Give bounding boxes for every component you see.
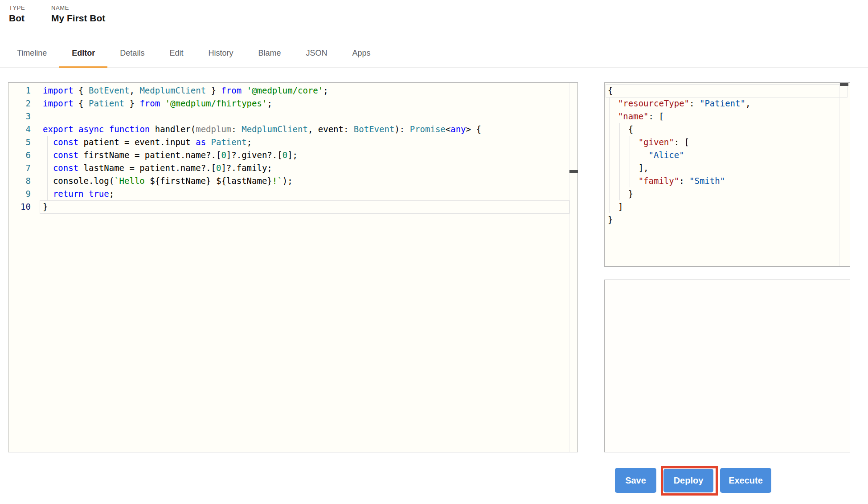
json-line: "given": [: [605, 136, 850, 149]
editor-scrollbar-track: [569, 83, 569, 452]
tab-blame[interactable]: Blame: [246, 40, 293, 68]
json-line: ],: [605, 162, 850, 175]
code-line: 5 const patient = event.input as Patient…: [8, 136, 577, 149]
bot-output-panel: [604, 280, 850, 452]
json-line: "resourceType": "Patient",: [605, 97, 850, 110]
code-line: 9 return true;: [8, 187, 577, 200]
deploy-button[interactable]: Deploy: [663, 469, 713, 492]
json-line: "name": [: [605, 110, 850, 123]
execute-button[interactable]: Execute: [720, 468, 771, 493]
line-number: 7: [8, 162, 31, 175]
code-line: 7 const lastName = patient.name?.[0]?.fa…: [8, 162, 577, 175]
line-number: 9: [8, 187, 31, 200]
name-label: NAME: [51, 4, 69, 11]
save-button[interactable]: Save: [615, 468, 656, 493]
json-line: {: [605, 123, 850, 136]
type-value: Bot: [9, 13, 25, 24]
bot-code-editor[interactable]: 1import { BotEvent, MedplumClient } from…: [8, 82, 578, 452]
line-number: 8: [8, 175, 31, 187]
code-line: 6 const firstName = patient.name?.[0]?.g…: [8, 149, 577, 162]
editor-overview-cursor-mark[interactable]: [569, 170, 578, 173]
editor-overview-cursor-mark[interactable]: [840, 83, 848, 86]
code-line: 3: [8, 110, 577, 123]
tab-timeline[interactable]: Timeline: [4, 40, 59, 68]
code-line: 2import { Patient } from '@medplum/fhirt…: [8, 97, 577, 110]
tab-details[interactable]: Details: [107, 40, 157, 68]
json-line: "Alice": [605, 149, 850, 162]
line-number: 5: [8, 136, 31, 149]
tab-apps[interactable]: Apps: [340, 40, 383, 68]
json-line: "family": "Smith": [605, 175, 850, 187]
resource-tabs: TimelineEditorDetailsEditHistoryBlameJSO…: [4, 40, 868, 68]
json-line: ]: [605, 200, 850, 213]
json-line: {: [605, 84, 850, 97]
code-line: 10}: [8, 200, 577, 213]
page-title: My First Bot: [51, 13, 105, 24]
line-number: 10: [8, 200, 31, 213]
json-line: }: [605, 187, 850, 200]
editor-scrollbar-track: [839, 83, 839, 266]
line-number: 6: [8, 149, 31, 162]
line-number: 3: [8, 110, 31, 123]
line-number: 1: [8, 84, 31, 97]
bot-input-json-editor[interactable]: { "resourceType": "Patient", "name": [ {…: [604, 82, 850, 267]
type-label: TYPE: [9, 4, 25, 11]
tab-edit[interactable]: Edit: [157, 40, 196, 68]
tab-editor[interactable]: Editor: [59, 40, 107, 68]
code-line: 4export async function handler(medplum: …: [8, 123, 577, 136]
line-number: 4: [8, 123, 31, 136]
code-line: 8 console.log(`Hello ${firstName} ${last…: [8, 175, 577, 187]
tab-history[interactable]: History: [196, 40, 246, 68]
tab-json[interactable]: JSON: [293, 40, 340, 68]
code-line: 1import { BotEvent, MedplumClient } from…: [8, 84, 577, 97]
json-line: }: [605, 213, 850, 226]
line-number: 2: [8, 97, 31, 110]
